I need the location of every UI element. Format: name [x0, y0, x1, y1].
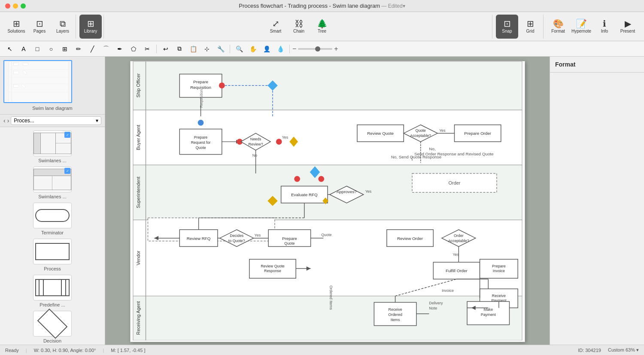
- color-pick-tool[interactable]: 💧: [274, 43, 287, 55]
- zoom-in-button[interactable]: +: [334, 45, 338, 53]
- library-icon: ⊞: [87, 19, 94, 28]
- svg-text:Yes: Yes: [282, 135, 288, 140]
- smart-button[interactable]: ⤢ Smart: [264, 15, 287, 39]
- svg-text:Quote: Quote: [321, 233, 331, 237]
- rectangle-tool[interactable]: □: [31, 43, 44, 55]
- pan-tool[interactable]: ✋: [246, 43, 259, 55]
- chain-icon: ⛓: [295, 19, 303, 28]
- svg-text:Review Quote: Review Quote: [261, 264, 285, 268]
- svg-text:Invoice: Invoice: [492, 269, 504, 273]
- smart-label: Smart: [270, 29, 282, 33]
- process-shape[interactable]: [33, 239, 72, 264]
- info-button[interactable]: ℹ Info: [593, 15, 616, 39]
- chain-button[interactable]: ⛓ Chain: [288, 15, 310, 39]
- canvas-area[interactable]: Ship Officer Buyer Agent Superintendent …: [105, 57, 550, 345]
- layers-label: Layers: [56, 29, 69, 33]
- shapes-panel: ✓ Swimlanes ... ✓: [0, 127, 105, 345]
- edit-tool[interactable]: ✂: [141, 43, 154, 55]
- svg-text:Order: Order: [448, 180, 460, 185]
- svg-text:No, Send Quote Response: No, Send Quote Response: [391, 155, 441, 160]
- format-icon: 🎨: [553, 19, 564, 28]
- svg-rect-6: [14, 63, 19, 66]
- text-tool[interactable]: A: [17, 43, 30, 55]
- predefine-shape[interactable]: [33, 275, 72, 300]
- connect-tool[interactable]: ⊹: [200, 43, 213, 55]
- zoom-out-button[interactable]: −: [292, 45, 296, 53]
- paste-tool[interactable]: 📋: [187, 43, 200, 55]
- svg-text:Payment: Payment: [480, 313, 496, 317]
- edited-dropdown[interactable]: ▾: [403, 3, 405, 9]
- pages-button[interactable]: ⊡ Pages: [28, 15, 51, 39]
- zoom-label-status[interactable]: Custom 63% ▾: [608, 347, 639, 353]
- nav-back-arrow[interactable]: ‹: [3, 117, 6, 124]
- undo-tool[interactable]: ↩: [159, 43, 172, 55]
- svg-text:Acceptable?: Acceptable?: [448, 239, 469, 243]
- freehand-tool[interactable]: ✒: [113, 43, 126, 55]
- line-tool[interactable]: ╱: [86, 43, 99, 55]
- svg-text:Ordered Items: Ordered Items: [328, 285, 333, 310]
- svg-text:Review Quote: Review Quote: [367, 131, 394, 136]
- sl-left: [34, 133, 41, 154]
- svg-text:Needs: Needs: [250, 137, 261, 141]
- snap-button[interactable]: ⊡ Snap: [496, 15, 518, 39]
- search-tool[interactable]: 🔍: [233, 43, 246, 55]
- sl-cell1: [41, 133, 56, 154]
- swimlanes-shape-1[interactable]: ✓: [33, 130, 72, 156]
- left-panel: Swim lane diagram ‹ › Proces... ▾ ✓: [0, 57, 105, 345]
- edited-badge: — Edited: [381, 3, 402, 9]
- present-button[interactable]: ▶ Present: [617, 15, 639, 39]
- diagram-canvas[interactable]: Ship Officer Buyer Agent Superintendent …: [130, 61, 525, 342]
- ellipse-tool[interactable]: ○: [45, 43, 58, 55]
- svg-text:Acceptable?: Acceptable?: [410, 134, 431, 138]
- sl-col2: [52, 176, 71, 190]
- panel-dropdown-label: Proces...: [14, 118, 34, 124]
- hypernote-button[interactable]: 📝 Hypernote: [570, 15, 592, 39]
- svg-text:Prepare: Prepare: [282, 236, 297, 241]
- decision-visual: [37, 309, 68, 339]
- svg-text:Superintendent: Superintendent: [135, 177, 140, 208]
- nav-forward-arrow[interactable]: ›: [7, 117, 9, 124]
- curve-tool[interactable]: ⌒: [100, 43, 112, 55]
- diagram-thumbnail[interactable]: [3, 60, 72, 103]
- wrench-tool[interactable]: 🔧: [214, 43, 227, 55]
- table-tool[interactable]: ⊞: [58, 43, 71, 55]
- decision-shape[interactable]: [33, 311, 72, 337]
- svg-text:Items: Items: [390, 318, 400, 322]
- copy-tool[interactable]: ⧉: [173, 43, 186, 55]
- layers-button[interactable]: ⧉ Layers: [52, 15, 74, 39]
- toolbar2-separator1: [156, 45, 157, 53]
- flowchart-svg: Ship Officer Buyer Agent Superintendent …: [131, 61, 525, 340]
- svg-rect-10: [14, 85, 19, 87]
- tree-button[interactable]: 🌲 Tree: [311, 15, 333, 39]
- grid-button[interactable]: ⊞ Grid: [519, 15, 541, 39]
- snap-label: Snap: [502, 29, 512, 33]
- svg-text:Receive: Receive: [388, 307, 402, 312]
- zoom-slider[interactable]: [298, 48, 332, 50]
- panel-dropdown[interactable]: Proces... ▾: [11, 116, 101, 125]
- svg-text:Response: Response: [264, 269, 281, 273]
- close-button[interactable]: [5, 3, 10, 9]
- status-sep1: |: [26, 348, 27, 353]
- svg-text:Prepare Order: Prepare Order: [464, 131, 492, 136]
- zoom-dropdown-icon: ▾: [636, 347, 639, 352]
- status-ready: Ready: [5, 348, 19, 353]
- svg-text:Yes: Yes: [453, 252, 459, 257]
- select-tool[interactable]: ↖: [3, 43, 16, 55]
- process-visual: [35, 243, 70, 260]
- status-id: ID: 304219: [578, 348, 601, 353]
- pen-tool[interactable]: ✏: [72, 43, 85, 55]
- toolbar2-separator2: [230, 45, 230, 53]
- svg-text:Quote: Quote: [195, 146, 206, 150]
- minimize-button[interactable]: [13, 3, 18, 9]
- terminator-shape[interactable]: [33, 203, 72, 228]
- right-panel: Format: [550, 57, 644, 345]
- solutions-button[interactable]: ⊞ Solutions: [5, 15, 27, 39]
- svg-rect-21: [133, 296, 522, 340]
- library-button[interactable]: ⊞ Library: [79, 15, 102, 39]
- maximize-button[interactable]: [21, 3, 26, 9]
- polygon-tool[interactable]: ⬠: [127, 43, 140, 55]
- swimlanes-shape-2[interactable]: ✓: [33, 167, 72, 192]
- person-tool[interactable]: 👤: [260, 43, 273, 55]
- format-button[interactable]: 🎨 Format: [547, 15, 569, 39]
- shape-group-predefine: Predefine ...: [3, 275, 101, 307]
